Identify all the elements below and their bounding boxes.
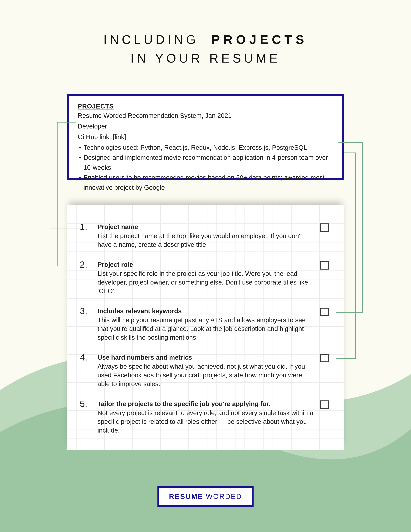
tip-desc: Not every project is relevant to every r… — [97, 408, 315, 435]
tip-desc: Always be specific about what you achiev… — [97, 362, 315, 388]
tip-4: 4. Use hard numbers and metrics Always b… — [76, 353, 335, 388]
checkbox[interactable] — [320, 354, 329, 362]
tip-title: Use hard numbers and metrics — [97, 353, 315, 362]
logo-word-2: WORDED — [206, 493, 242, 500]
projects-header: PROJECTS — [78, 103, 333, 110]
tip-title: Project name — [97, 222, 315, 231]
checkbox[interactable] — [320, 308, 329, 316]
tip-number: 1. — [80, 221, 87, 232]
project-title-line: Resume Worded Recommendation System, Jan… — [78, 111, 333, 121]
tip-desc: This will help your resume get past any … — [97, 316, 315, 342]
title-pre: INCLUDING — [103, 32, 199, 47]
tip-title: Tailor the projects to the specific job … — [97, 399, 315, 408]
tip-2: 2. Project role List your specific role … — [76, 260, 335, 295]
page-title: INCLUDING PROJECTS IN YOUR RESUME — [0, 32, 411, 66]
project-example-box: PROJECTS Resume Worded Recommendation Sy… — [67, 94, 344, 180]
title-strong: PROJECTS — [211, 32, 308, 47]
project-bullet: Enabled users to be recommended movies b… — [79, 172, 333, 192]
tip-number: 4. — [80, 352, 87, 362]
checkbox[interactable] — [320, 223, 329, 232]
tip-number: 5. — [80, 399, 87, 409]
tip-number: 2. — [80, 259, 87, 270]
checkbox[interactable] — [320, 261, 329, 270]
tip-title: Includes relevant keywords — [97, 307, 315, 315]
project-role-line: Developer — [78, 121, 333, 131]
tip-desc: List your specific role in the project a… — [97, 269, 315, 295]
project-bullet: Technologies used: Python, React.js, Red… — [79, 142, 333, 152]
project-bullet: Designed and implemented movie recommend… — [79, 152, 333, 172]
brand-logo: RESUME WORDED — [158, 486, 254, 507]
tip-desc: List the project name at the top, like y… — [97, 231, 315, 249]
tip-1: 1. Project name List the project name at… — [76, 222, 335, 249]
tip-3: 3. Includes relevant keywords This will … — [76, 307, 335, 342]
tip-title: Project role — [97, 260, 315, 269]
tip-5: 5. Tailor the projects to the specific j… — [76, 399, 335, 435]
tip-number: 3. — [80, 306, 87, 316]
project-link-line: GitHub link: [link] — [78, 132, 333, 142]
logo-word-1: RESUME — [169, 493, 203, 500]
title-line2: IN YOUR RESUME — [0, 51, 411, 66]
checkbox[interactable] — [320, 400, 329, 409]
checklist-card: 1. Project name List the project name at… — [67, 205, 344, 450]
